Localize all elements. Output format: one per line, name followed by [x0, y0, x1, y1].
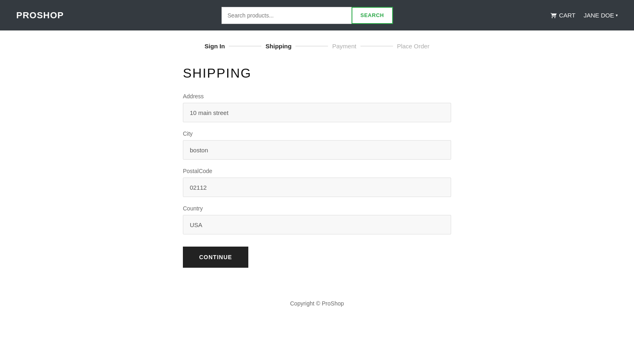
address-group: Address	[183, 93, 451, 122]
cart-link[interactable]: CART	[550, 12, 575, 19]
address-label: Address	[183, 93, 451, 100]
step-place-order[interactable]: Place Order	[397, 43, 430, 50]
city-label: City	[183, 130, 451, 137]
step-payment[interactable]: Payment	[332, 43, 356, 50]
cart-label: CART	[559, 12, 575, 19]
user-name: JANE DOE	[584, 12, 614, 19]
user-menu[interactable]: JANE DOE ▾	[584, 12, 618, 19]
shipping-form: Address City PostalCode Country CONTINUE	[183, 93, 451, 268]
page-title: SHIPPING	[183, 66, 451, 81]
footer: Copyright © ProShop	[0, 292, 634, 315]
step-shipping-label: Shipping	[265, 43, 291, 50]
country-group: Country	[183, 205, 451, 234]
checkout-steps: Sign In Shipping Payment Place Order	[0, 30, 634, 58]
city-input[interactable]	[183, 140, 451, 160]
main-content: SHIPPING Address City PostalCode Country…	[175, 66, 459, 268]
step-sign-in-label: Sign In	[204, 43, 225, 50]
city-group: City	[183, 130, 451, 160]
step-shipping[interactable]: Shipping	[265, 43, 291, 50]
search-input[interactable]	[221, 7, 352, 24]
step-payment-label: Payment	[332, 43, 356, 50]
postal-code-input[interactable]	[183, 178, 451, 197]
step-place-order-label: Place Order	[397, 43, 430, 50]
search-button[interactable]: SEARCH	[352, 7, 393, 24]
search-bar: SEARCH	[221, 7, 393, 24]
country-input[interactable]	[183, 215, 451, 234]
step-separator-3	[360, 46, 393, 46]
brand-logo[interactable]: PROSHOP	[16, 10, 64, 21]
country-label: Country	[183, 205, 451, 212]
header-right: CART JANE DOE ▾	[550, 12, 618, 19]
step-sign-in[interactable]: Sign In	[204, 43, 225, 50]
copyright-text: Copyright © ProShop	[290, 300, 344, 307]
postal-code-label: PostalCode	[183, 168, 451, 174]
step-separator-2	[295, 46, 328, 46]
header: PROSHOP SEARCH CART JANE DOE ▾	[0, 0, 634, 30]
user-caret-icon: ▾	[616, 13, 618, 17]
address-input[interactable]	[183, 103, 451, 122]
continue-button[interactable]: CONTINUE	[183, 247, 248, 268]
step-separator-1	[229, 46, 261, 46]
postal-code-group: PostalCode	[183, 168, 451, 197]
cart-icon	[550, 12, 557, 19]
